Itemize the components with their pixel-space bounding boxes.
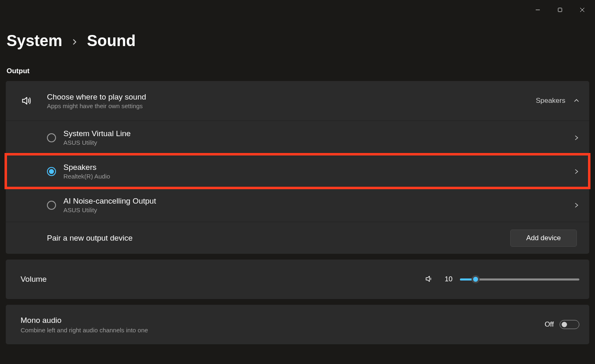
maximize-button[interactable] bbox=[551, 3, 569, 16]
device-subtitle: ASUS Utility bbox=[63, 206, 574, 213]
device-title: System Virtual Line bbox=[63, 129, 574, 138]
device-title: AI Noise-cancelling Output bbox=[63, 197, 574, 206]
output-device-row[interactable]: System Virtual Line ASUS Utility bbox=[6, 121, 589, 154]
volume-mute-icon[interactable] bbox=[425, 274, 434, 285]
close-button[interactable] bbox=[573, 3, 592, 16]
volume-row: Volume 10 bbox=[6, 260, 589, 299]
chevron-right-icon bbox=[72, 37, 77, 48]
mono-subtitle: Combine left and right audio channels in… bbox=[21, 327, 545, 334]
chevron-right-icon[interactable] bbox=[574, 169, 579, 174]
volume-card: Volume 10 bbox=[6, 260, 589, 299]
add-device-button[interactable]: Add device bbox=[510, 230, 577, 247]
speaker-icon bbox=[21, 95, 39, 107]
pair-device-row: Pair a new output device Add device bbox=[6, 222, 589, 254]
output-card: Choose where to play sound Apps might ha… bbox=[6, 81, 589, 254]
mono-audio-row[interactable]: Mono audio Combine left and right audio … bbox=[6, 305, 589, 344]
titlebar bbox=[0, 0, 595, 20]
volume-slider[interactable] bbox=[460, 275, 579, 283]
volume-value: 10 bbox=[441, 275, 453, 283]
content-area: System Sound Output Choose where to play… bbox=[0, 20, 595, 344]
choose-output-subtitle: Apps might have their own settings bbox=[47, 102, 536, 109]
pair-device-label: Pair a new output device bbox=[47, 234, 510, 243]
radio-selected-icon[interactable] bbox=[47, 167, 56, 176]
volume-label: Volume bbox=[21, 275, 425, 284]
radio-icon[interactable] bbox=[47, 133, 56, 142]
breadcrumb: System Sound bbox=[6, 32, 589, 50]
choose-output-title: Choose where to play sound bbox=[47, 93, 536, 102]
choose-output-value: Speakers bbox=[536, 97, 565, 105]
mono-toggle[interactable] bbox=[560, 320, 579, 329]
output-section-label: Output bbox=[6, 67, 589, 75]
radio-icon[interactable] bbox=[47, 201, 56, 210]
choose-output-row[interactable]: Choose where to play sound Apps might ha… bbox=[6, 81, 589, 121]
chevron-right-icon[interactable] bbox=[574, 202, 579, 208]
svg-rect-1 bbox=[558, 8, 562, 12]
output-device-row-selected[interactable]: Speakers Realtek(R) Audio bbox=[6, 154, 589, 188]
mono-toggle-state: Off bbox=[545, 320, 554, 329]
breadcrumb-current: Sound bbox=[87, 32, 135, 50]
breadcrumb-parent[interactable]: System bbox=[7, 32, 62, 50]
mono-audio-card: Mono audio Combine left and right audio … bbox=[6, 305, 589, 344]
device-subtitle: Realtek(R) Audio bbox=[63, 173, 574, 180]
output-device-row[interactable]: AI Noise-cancelling Output ASUS Utility bbox=[6, 188, 589, 222]
chevron-right-icon[interactable] bbox=[574, 135, 579, 141]
device-subtitle: ASUS Utility bbox=[63, 139, 574, 146]
minimize-button[interactable] bbox=[528, 3, 547, 16]
device-title: Speakers bbox=[63, 163, 574, 172]
chevron-up-icon bbox=[574, 98, 579, 104]
mono-title: Mono audio bbox=[21, 316, 545, 325]
